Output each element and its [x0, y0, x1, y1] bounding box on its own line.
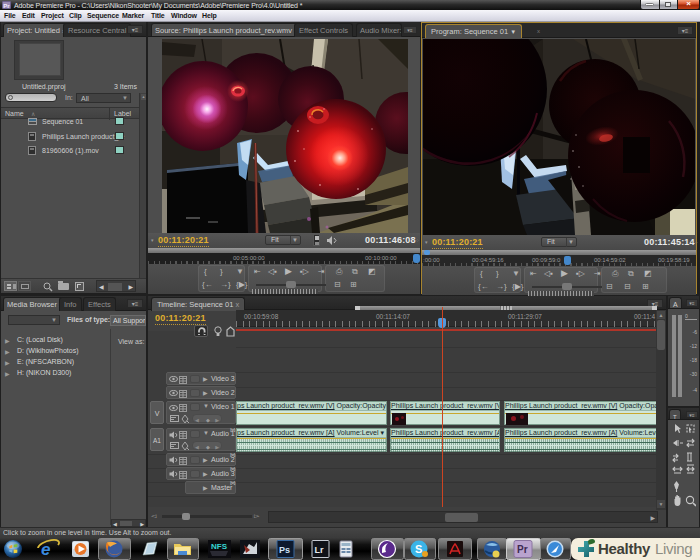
svg-text:Lr: Lr: [315, 545, 324, 555]
svg-text:Pr: Pr: [517, 544, 528, 555]
svg-text:S: S: [415, 543, 422, 555]
svg-text:NFS: NFS: [211, 542, 228, 551]
svg-text:Ps: Ps: [279, 545, 290, 555]
